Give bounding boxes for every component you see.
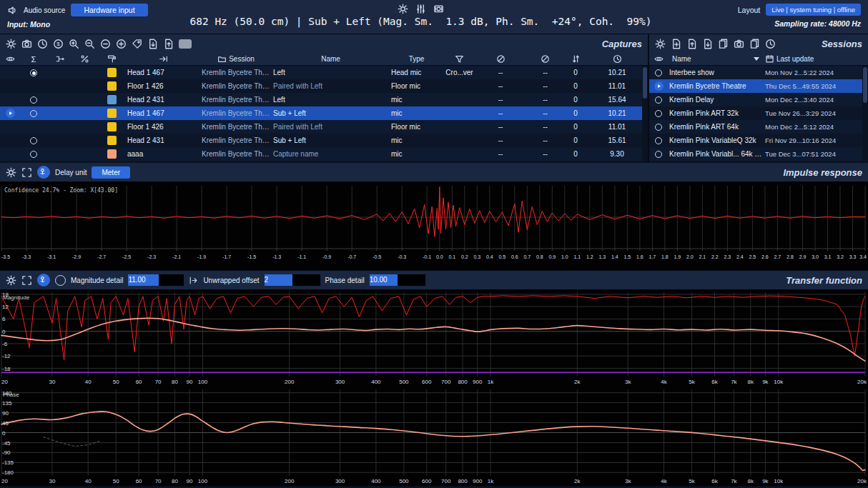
capture-color-swatch[interactable] [107,122,117,131]
session-active-cell[interactable] [649,123,668,131]
session-row[interactable]: Kremlin Bycetre TheatreThu Dec 5...49:55… [649,79,868,93]
capture-row[interactable]: Floor 1 426Kremlin Bycetre TheatrePaired… [0,79,648,93]
hardware-input-button[interactable]: Hardware input [71,4,147,16]
settings-icon[interactable] [398,4,408,14]
sessions-scrollbar[interactable] [862,66,868,163]
capture-row[interactable]: Head 1 467Kremlin Bycetre TheatreLeftHea… [0,66,648,79]
remove-capture-icon[interactable] [100,39,111,49]
session-row[interactable]: Kremlin Pink Variabl... 64k + Some comme… [649,147,868,161]
capture-color-swatch[interactable] [107,95,117,104]
col-session-label[interactable]: Session [229,55,255,63]
capture-radio[interactable] [30,110,37,117]
captures-money-icon[interactable]: $ [53,39,64,49]
export-capture-icon[interactable] [163,39,174,49]
mode-button[interactable]: Live | system tuning | offline [766,4,861,16]
capture-color-swatch[interactable] [107,81,117,91]
time-column-icon[interactable] [613,54,622,64]
phase-detail-input[interactable]: 10.00 [370,274,425,286]
sessions-scrollbar-thumb[interactable] [863,67,867,103]
session-radio[interactable] [655,96,662,104]
session-row[interactable]: Kremlin DelayMon Dec 2...3:40 2024 [649,93,868,106]
sessions-camera-icon[interactable] [734,39,744,49]
color-swatch-button[interactable] [179,39,192,49]
session-radio[interactable] [655,124,662,131]
captures-settings-icon[interactable] [6,39,16,49]
capture-radio[interactable] [30,137,37,144]
capture-color-cell[interactable] [97,149,126,159]
capture-radio-cell[interactable] [20,96,47,104]
capture-radio[interactable] [30,96,37,104]
paint-icon[interactable] [107,54,117,64]
sessions-eye-icon[interactable] [654,54,664,64]
transfer-fullscreen-icon[interactable] [21,275,32,286]
col-name-label[interactable]: Name [321,55,340,63]
impulse-chart[interactable]: -3.5-3.3-3.1-2.9-2.7-2.5-2.3-2.1-1.9-1.7… [0,181,868,270]
session-active-cell[interactable] [649,81,668,91]
polarity-a-icon[interactable] [496,54,505,64]
phase-chart[interactable]: 18013590450-45-90-135-180203040506070809… [0,387,868,486]
capture-color-swatch[interactable] [107,149,117,159]
layout-button[interactable]: Layout [738,6,761,14]
capture-radio-cell[interactable] [20,150,47,158]
capture-color-cell[interactable] [97,68,126,77]
capture-color-swatch[interactable] [107,109,117,118]
session-radio[interactable] [655,69,662,76]
capture-row[interactable]: Head 1 467Kremlin Bycetre TheatreSub + L… [0,106,648,120]
capture-radio[interactable] [30,151,37,158]
sum-icon[interactable]: Σ [31,55,36,64]
load-session-icon[interactable] [686,39,697,49]
new-session-icon[interactable] [671,39,681,49]
sessions-settings-icon[interactable] [655,39,666,49]
eye-icon[interactable] [6,54,15,64]
funnel-icon[interactable] [455,54,464,64]
transfer-delay-button[interactable] [37,274,50,287]
sessions-history-icon[interactable] [765,39,776,49]
capture-color-cell[interactable] [97,136,126,145]
capture-color-cell[interactable] [97,95,126,104]
captures-scrollbar-thumb[interactable] [643,67,647,99]
session-active-cell[interactable] [649,69,668,76]
impulse-settings-icon[interactable] [6,167,16,178]
duplicate-session-icon[interactable] [718,39,729,49]
transfer-settings-icon[interactable] [6,275,16,286]
tag-icon[interactable] [132,39,142,49]
impulse-fullscreen-icon[interactable] [21,167,32,178]
capture-color-cell[interactable] [97,122,126,131]
capture-color-cell[interactable] [97,109,126,118]
captures-camera-icon[interactable] [21,39,32,49]
add-capture-icon[interactable] [116,39,127,49]
capture-row[interactable]: Floor 1 426Kremlin Bycetre TheatrePaired… [0,120,648,134]
session-active-cell[interactable] [649,109,668,117]
capture-row[interactable]: aaaaKremlin Bycetre TheatreCapture namem… [0,147,648,161]
meter-button[interactable]: Meter [92,166,130,179]
arrow-bar-icon[interactable] [159,54,168,64]
session-row[interactable]: Kremlin Pink ART 32kTue Nov 26...3:29 20… [649,106,868,120]
sessions-col-update-label[interactable]: Last update [776,55,814,63]
route-icon[interactable] [55,54,64,64]
capture-radio[interactable] [30,69,37,76]
session-active-cell[interactable] [649,96,668,104]
sliders-icon[interactable] [415,4,426,14]
session-row[interactable]: Kremlin Pink VariableQ 32kFri Nov 29...1… [649,134,868,147]
magnitude-detail-input[interactable]: 11.00 [128,274,184,286]
capture-play-icon[interactable] [6,109,15,118]
session-active-cell[interactable] [649,150,668,158]
delay-reference-button[interactable] [37,166,50,179]
session-play-icon[interactable] [654,81,664,91]
swap-icon[interactable] [571,54,581,64]
percent-icon[interactable] [80,54,89,64]
capture-row[interactable]: Head 2 431Kremlin Bycetre TheatreSub + L… [0,134,648,147]
capture-active-cell[interactable] [0,109,20,118]
copy-session-icon[interactable] [749,39,760,49]
magnitude-chart[interactable]: 181260-6-12-1820304050607080901002003004… [0,289,868,387]
zoom-out-icon[interactable] [84,39,95,49]
capture-color-cell[interactable] [97,81,126,91]
capture-color-swatch[interactable] [107,68,117,77]
capture-row[interactable]: Head 2 431Kremlin Bycetre TheatreLeftmic… [0,93,648,106]
capture-color-swatch[interactable] [107,136,117,145]
capture-radio-cell[interactable] [20,109,47,117]
capture-radio-cell[interactable] [20,69,47,76]
captures-scrollbar[interactable] [642,66,648,163]
zoom-in-icon[interactable] [69,39,79,49]
sort-desc-icon[interactable] [754,57,759,61]
